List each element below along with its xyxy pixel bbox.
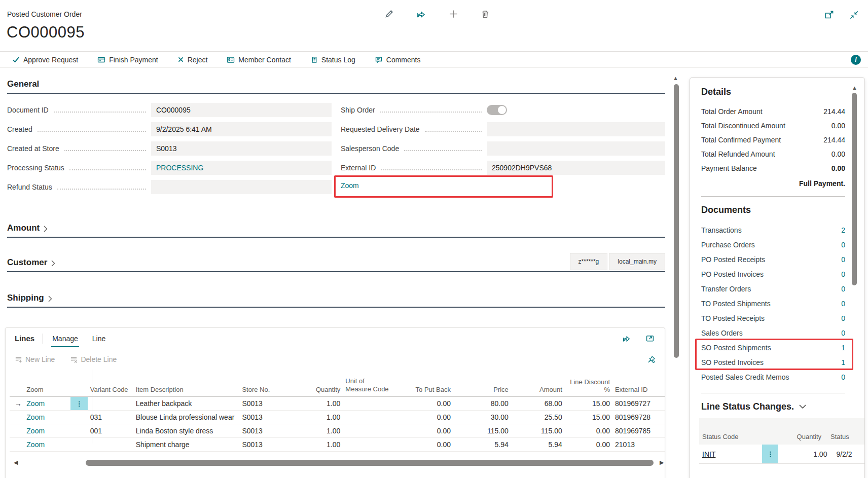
- info-icon[interactable]: i: [851, 55, 861, 65]
- created-at-store-value[interactable]: S0013: [151, 141, 332, 156]
- col-price[interactable]: Price: [456, 386, 514, 393]
- pin-icon[interactable]: [647, 355, 656, 364]
- field-label: Salesperson Code: [341, 144, 399, 153]
- salesperson-code-value[interactable]: [487, 141, 665, 156]
- row-zoom-link[interactable]: Zoom: [26, 427, 68, 435]
- refund-status-value[interactable]: [151, 180, 332, 194]
- ship-order-toggle[interactable]: [487, 105, 507, 115]
- col-item-description[interactable]: Item Description: [136, 386, 242, 393]
- scroll-left-arrow-icon[interactable]: ◀: [14, 459, 18, 466]
- line-status-table: Status Code Quantity Status INIT ⋮ 1.00 …: [699, 418, 864, 464]
- document-label: Transfer Orders: [701, 285, 751, 293]
- cell-line-discount: 0.00: [567, 427, 615, 435]
- customer-section: Customer z******g local_main.my: [7, 258, 665, 272]
- comments-button[interactable]: Comments: [375, 56, 421, 64]
- details-label: Total Confirmed Payment: [701, 136, 781, 144]
- scroll-right-arrow-icon[interactable]: ▶: [660, 459, 664, 466]
- col-ls-quantity[interactable]: Quantity: [768, 433, 821, 440]
- document-count-link[interactable]: 0: [841, 314, 845, 322]
- field-document-id: Document ID CO000095: [7, 100, 332, 120]
- member-contact-button[interactable]: Member Contact: [227, 56, 291, 64]
- cell-to-put-back: 0.00: [391, 413, 456, 421]
- table-row[interactable]: → Zoom ⋮ Shipment charge S0013 1.00 0.00…: [10, 438, 665, 452]
- table-row[interactable]: → Zoom ⋮ Leather backpack S0013 1.00 0.0…: [10, 397, 665, 411]
- details-label: Total Discontinued Amount: [701, 122, 785, 130]
- col-external-id[interactable]: External ID: [615, 386, 665, 393]
- field-created-at-store: Created at Store S0013: [7, 139, 332, 158]
- col-status-code[interactable]: Status Code: [702, 433, 768, 440]
- open-in-new-window-icon[interactable]: [823, 9, 835, 21]
- customer-section-header[interactable]: Customer: [7, 258, 665, 272]
- col-amount[interactable]: Amount: [514, 386, 567, 393]
- shipping-section-header[interactable]: Shipping: [7, 293, 665, 308]
- col-variant-code[interactable]: Variant Code: [90, 386, 136, 393]
- tab-line[interactable]: Line: [91, 329, 106, 347]
- col-uom-code[interactable]: Unit of Measure Code: [345, 377, 391, 394]
- created-value[interactable]: 9/2/2025 6:41 AM: [151, 122, 332, 136]
- external-id-value[interactable]: 250902DH9PVS68: [487, 161, 665, 175]
- table-row[interactable]: → Zoom ⋮ 001 Linda Boston style dress S0…: [10, 424, 665, 438]
- share-lines-icon[interactable]: [621, 333, 632, 344]
- document-count-link[interactable]: 0: [841, 270, 845, 278]
- col-to-put-back[interactable]: To Put Back: [391, 386, 456, 393]
- dotted-leader: [425, 131, 482, 132]
- row-zoom-link[interactable]: Zoom: [26, 413, 68, 421]
- document-count-link[interactable]: 0: [841, 241, 845, 249]
- col-line-discount[interactable]: Line Discount %: [567, 378, 615, 393]
- delete-icon[interactable]: [480, 8, 491, 20]
- customer-source-badge[interactable]: local_main.my: [609, 253, 665, 270]
- row-zoom-link[interactable]: Zoom: [26, 440, 68, 449]
- document-count-link[interactable]: 1: [841, 358, 845, 366]
- document-count-link[interactable]: 0: [841, 285, 845, 293]
- document-count-link[interactable]: 0: [841, 255, 845, 264]
- approve-request-button[interactable]: Approve Request: [12, 56, 78, 64]
- panel-scrollbar-thumb[interactable]: [852, 93, 857, 285]
- document-count-link[interactable]: 0: [841, 329, 845, 337]
- share-icon[interactable]: [415, 8, 427, 20]
- processing-status-value[interactable]: PROCESSING: [151, 161, 332, 175]
- col-quantity[interactable]: Quantity: [288, 386, 346, 393]
- row-menu-icon[interactable]: ⋮: [70, 397, 88, 410]
- col-zoom[interactable]: Zoom: [26, 386, 68, 393]
- details-row: Total Order Amount 214.44: [701, 104, 845, 119]
- lines-table: Zoom Variant Code Item Description Store…: [6, 370, 665, 467]
- document-count-link[interactable]: 0: [841, 373, 845, 381]
- col-store-no[interactable]: Store No.: [242, 386, 287, 393]
- document-count-link[interactable]: 2: [841, 226, 845, 234]
- col-ls-status[interactable]: Status: [821, 433, 862, 440]
- new-line-button[interactable]: New Line: [15, 355, 55, 363]
- document-count-link[interactable]: 1: [841, 344, 845, 352]
- details-row: Total Discontinued Amount 0.00: [701, 119, 845, 133]
- row-zoom-link[interactable]: Zoom: [26, 399, 68, 408]
- details-value: 0.00: [831, 122, 845, 130]
- amount-section-header[interactable]: Amount: [7, 223, 665, 238]
- scroll-up-arrow-icon[interactable]: ▲: [673, 75, 678, 81]
- table-row[interactable]: → Zoom ⋮ 031 Blouse Linda professional w…: [10, 411, 665, 424]
- finish-payment-button[interactable]: Finish Payment: [97, 56, 158, 64]
- line-status-row[interactable]: INIT ⋮ 1.00 9/2/2: [699, 445, 864, 464]
- vertical-scrollbar-thumb[interactable]: [674, 84, 679, 358]
- general-zoom-link[interactable]: Zoom: [341, 181, 359, 190]
- panel-scroll-up-arrow-icon[interactable]: ▲: [852, 85, 857, 91]
- customer-masked-badge[interactable]: z******g: [570, 253, 608, 270]
- open-lines-in-new-window-icon[interactable]: [644, 333, 656, 344]
- cell-amount: 68.00: [514, 399, 567, 408]
- row-menu-icon[interactable]: ⋮: [762, 445, 778, 463]
- document-id-value[interactable]: CO000095: [151, 103, 332, 117]
- cell-quantity: 1.00: [288, 413, 346, 421]
- tab-manage[interactable]: Manage: [51, 329, 79, 347]
- line-status-changes-header[interactable]: Line Status Changes.: [701, 401, 845, 412]
- new-icon[interactable]: [448, 8, 459, 20]
- document-count-link[interactable]: 0: [841, 300, 845, 308]
- requested-delivery-date-value[interactable]: [487, 122, 665, 136]
- edit-icon[interactable]: [383, 8, 395, 20]
- reject-button[interactable]: Reject: [177, 56, 208, 64]
- document-label: Transactions: [701, 226, 742, 234]
- delete-line-button[interactable]: Delete Line: [70, 355, 117, 363]
- collapse-icon[interactable]: [848, 9, 860, 21]
- status-code-link[interactable]: INIT: [702, 450, 715, 458]
- status-log-button[interactable]: Status Log: [310, 56, 355, 64]
- horizontal-scrollbar-thumb[interactable]: [86, 460, 654, 466]
- document-row: Transactions 2: [701, 223, 845, 237]
- lines-heading: Lines: [15, 334, 34, 343]
